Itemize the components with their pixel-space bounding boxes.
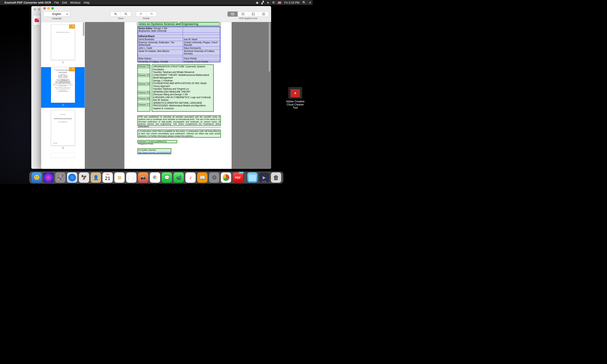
menu-file[interactable]: File: [54, 1, 59, 4]
ocr-zone-all-button[interactable]: [228, 12, 238, 16]
dock-app-chrome[interactable]: [221, 172, 231, 183]
dock-stack-downloads[interactable]: [247, 172, 258, 183]
svg-rect-8: [232, 13, 234, 14]
background-pdf-cell[interactable]: [33, 15, 41, 26]
vol0-title: ORGANIZATION STRUCTURE: Cybernetic Syste…: [153, 65, 205, 71]
ocr-zone-table-button[interactable]: [258, 12, 269, 16]
spotlight-icon[interactable]: 🔍: [302, 1, 306, 4]
ocr-zone-para1[interactable]: IFSR was established "to stimulate all a…: [137, 115, 221, 126]
dock-app-calendar[interactable]: [102, 172, 113, 183]
language-select[interactable]: English: [43, 11, 70, 17]
dock-app-itunes[interactable]: [185, 172, 196, 183]
svg-line-5: [126, 14, 127, 15]
zone-table-icon: [262, 12, 265, 16]
ocr-zone-further[interactable]: For further volumes: http://www.springer…: [137, 148, 171, 154]
page-scrollbar[interactable]: [269, 23, 270, 72]
titlebar: [41, 6, 271, 11]
vol2-author: Yasuhiko Takahara and Yongmei Liu: [153, 88, 189, 90]
menu-window[interactable]: Window: [70, 1, 80, 4]
ocr-zone-volume-titles[interactable]: ORGANIZATION STRUCTURE: Cybernetic Syste…: [152, 65, 214, 112]
thumbnail-scrollbar[interactable]: [83, 23, 84, 36]
window-minimize-button[interactable]: [47, 7, 50, 10]
language-label: Language: [52, 17, 62, 20]
dock-app-reminders[interactable]: [126, 172, 137, 183]
dock-app-ibooks[interactable]: [197, 172, 207, 183]
flag-icon[interactable]: 🇺🇸: [277, 1, 281, 4]
zoom-in-button[interactable]: [110, 12, 121, 16]
dock-app-mail[interactable]: [79, 172, 89, 183]
dock-file-movie[interactable]: [259, 172, 269, 183]
dock-app-enolsoft-pdf[interactable]: [233, 172, 243, 183]
zone-auto-icon: [231, 12, 235, 16]
zoom-out-button[interactable]: [121, 12, 131, 16]
thumbnail-page-2[interactable]: International Federation for Systems Res…: [41, 67, 85, 108]
dock-app-notes[interactable]: [114, 172, 124, 183]
creative-cloud-icon[interactable]: ◉: [256, 1, 258, 4]
resize-handle-icon[interactable]: [219, 23, 221, 25]
dock-separator: [245, 173, 245, 182]
vol4-label: Volume 26: [138, 97, 150, 100]
vol4-author: Alex M. Andrew: [153, 99, 168, 101]
ocr-zone-title[interactable]: eries on Systems Science and Engineering: [137, 22, 221, 26]
dock-app-facetime[interactable]: [174, 172, 184, 183]
rotate-ccw-button[interactable]: ↶: [136, 12, 146, 16]
page-heading: eries on Systems Science and Engineering: [138, 22, 198, 26]
toolbar: English Language Zoom ↶ ↷ Rotate: [41, 11, 271, 22]
editorial-board-label: Editorial Board: [138, 35, 183, 38]
menu-help[interactable]: Help: [83, 1, 90, 4]
board-l0-name: Gerrit Broekstra: [138, 38, 183, 41]
vol5-author: Vladimir A. Fomichov: [153, 107, 174, 110]
dock-trash[interactable]: [271, 172, 281, 183]
dock-app-finder[interactable]: [31, 172, 42, 183]
para3-text: Volumes 1–6 were published by Pergamon P…: [138, 141, 166, 145]
menubar-clock[interactable]: Fri 3:19 PM: [284, 1, 299, 4]
dock-app-photos[interactable]: [150, 172, 160, 183]
menu-edit[interactable]: Edit: [62, 1, 67, 4]
thumbnail-page-1[interactable]: Extremal Fuzzy Dynamic Systems 1: [41, 24, 85, 65]
dock-app-launchpad[interactable]: [55, 172, 65, 183]
page-viewport[interactable]: eries on Systems Science and Engineering…: [85, 22, 271, 169]
dock-app-photobooth[interactable]: [138, 172, 148, 183]
board-l1-affil: Sante Fe Institute, New Mexico: [138, 50, 183, 55]
ocr-zone-editorial-table[interactable]: Series Editor: George J. KlirBinghamton …: [137, 26, 221, 62]
zone-text-icon: [241, 12, 245, 16]
ocr-zone-para2[interactable]: A Continuation Order Plan is available f…: [137, 130, 221, 138]
ocr-zone-image-button[interactable]: [248, 12, 258, 16]
thumbnail-page-3[interactable]: Gia Sirbiladze Extremal Fuzzy Dynamic Sy…: [41, 110, 85, 151]
desktop-icon-adobe-cleaner[interactable]: A Adobe Creative Cloud Cleaner Tool: [284, 87, 306, 109]
screens-icon[interactable]: ⧉: [273, 1, 275, 4]
window-zoom-button[interactable]: [51, 7, 54, 10]
series-editor-name: George J. Klir: [154, 27, 167, 30]
vol1-label: Volume 23: [138, 74, 150, 77]
main-window: English Language Zoom ↶ ↷ Rotate: [41, 6, 271, 169]
menu-list-icon[interactable]: ≡: [309, 1, 311, 4]
dock-app-siri[interactable]: [43, 172, 54, 183]
board-r1-name: Klaus Kornwachs: [183, 47, 220, 50]
window-close-button[interactable]: [43, 7, 46, 10]
vol3-label: Volume 25: [138, 91, 150, 94]
dock-app-contacts[interactable]: [91, 172, 101, 183]
dock-app-messages[interactable]: [162, 172, 172, 183]
vol3-title: GENERALIZED MEASURE THEORY: [153, 91, 190, 93]
ocr-zone-volume-labels[interactable]: Volume 22 Volume 23 Volume 24 Volume 25 …: [137, 65, 150, 112]
vol3-author: Zhenyuan Wang and George J. Klir: [153, 93, 188, 96]
desktop-icon-label: Adobe Creative Cloud Cleaner Tool: [284, 100, 306, 109]
further-url: http://www.springer.com/series/6104: [138, 151, 171, 154]
resize-handle-icon[interactable]: [219, 25, 221, 26]
ocr-zone-text-button[interactable]: [238, 12, 248, 16]
board-l0-affil: Erasmus University, Rotterdam, The Nethe…: [138, 41, 183, 46]
thumbnail-sidebar[interactable]: Extremal Fuzzy Dynamic Systems 1 Interna…: [41, 22, 85, 169]
vol1-title: CONSTRAINT THEORY: Multidimensional Math…: [153, 74, 209, 79]
menubar: Enolsoft PDF Converter with OCR File Edi…: [0, 0, 313, 5]
board-l2-name: Brian Gaines: [138, 57, 183, 60]
display-mirror-icon[interactable]: ▞: [262, 1, 264, 4]
rotate-cw-button[interactable]: ↷: [146, 12, 157, 16]
ocr-zone-para3[interactable]: Volumes 1–6 were published by Pergamon P…: [137, 140, 177, 143]
dock-app-system-preferences[interactable]: [209, 172, 219, 183]
svg-rect-12: [252, 13, 254, 15]
dock-app-safari[interactable]: [67, 172, 77, 183]
arrow-icon[interactable]: ➤: [267, 1, 269, 4]
thumb1-number: 1: [41, 61, 85, 64]
thumbnail-page-4[interactable]: [41, 153, 85, 160]
app-name[interactable]: Enolsoft PDF Converter with OCR: [4, 1, 51, 4]
